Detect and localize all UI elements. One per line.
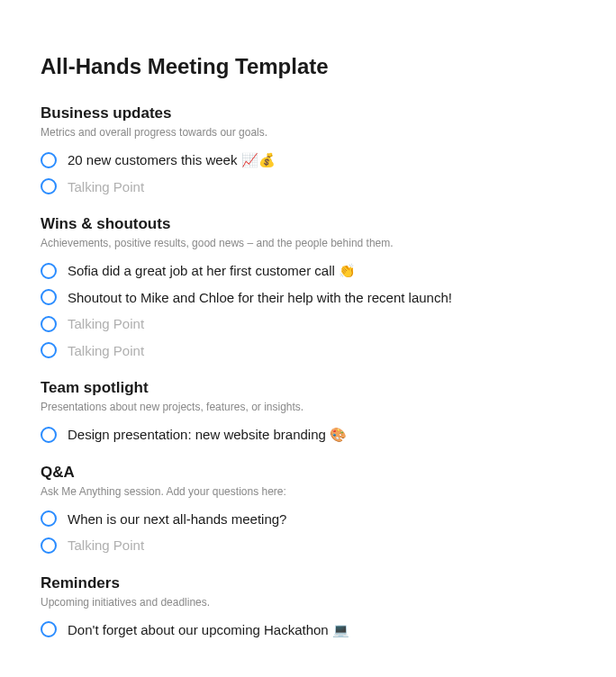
page-title: All-Hands Meeting Template bbox=[41, 54, 575, 79]
sections-container: Business updatesMetrics and overall prog… bbox=[41, 104, 575, 638]
item-text[interactable]: Sofia did a great job at her first custo… bbox=[68, 262, 356, 280]
list-item[interactable]: Talking Point bbox=[41, 537, 575, 555]
item-list: Sofia did a great job at her first custo… bbox=[41, 262, 575, 359]
list-item[interactable]: Shoutout to Mike and Chloe for their hel… bbox=[41, 289, 575, 307]
section-title: Business updates bbox=[41, 104, 575, 122]
item-text[interactable]: Don't forget about our upcoming Hackatho… bbox=[68, 621, 349, 639]
section-subtitle: Presentations about new projects, featur… bbox=[41, 401, 575, 413]
circle-checkbox-icon[interactable] bbox=[41, 621, 57, 637]
list-item[interactable]: When is our next all-hands meeting? bbox=[41, 510, 575, 528]
item-text[interactable]: Design presentation: new website brandin… bbox=[68, 426, 347, 444]
list-item[interactable]: Talking Point bbox=[41, 342, 575, 360]
list-item[interactable]: Sofia did a great job at her first custo… bbox=[41, 262, 575, 280]
item-placeholder-text[interactable]: Talking Point bbox=[68, 342, 144, 360]
item-text[interactable]: When is our next all-hands meeting? bbox=[68, 510, 286, 528]
section: Business updatesMetrics and overall prog… bbox=[41, 104, 575, 195]
section-subtitle: Achievements, positive results, good new… bbox=[41, 237, 575, 249]
item-text[interactable]: Shoutout to Mike and Chloe for their hel… bbox=[68, 289, 452, 307]
list-item[interactable]: Design presentation: new website brandin… bbox=[41, 426, 575, 444]
item-list: 20 new customers this week 📈💰Talking Poi… bbox=[41, 151, 575, 195]
circle-checkbox-icon[interactable] bbox=[41, 316, 57, 332]
section-title: Wins & shoutouts bbox=[41, 215, 575, 233]
item-list: Design presentation: new website brandin… bbox=[41, 426, 575, 444]
item-text[interactable]: 20 new customers this week 📈💰 bbox=[68, 151, 276, 169]
list-item[interactable]: Talking Point bbox=[41, 315, 575, 333]
item-placeholder-text[interactable]: Talking Point bbox=[68, 315, 144, 333]
circle-checkbox-icon[interactable] bbox=[41, 178, 57, 194]
item-list: Don't forget about our upcoming Hackatho… bbox=[41, 621, 575, 639]
section-title: Team spotlight bbox=[41, 379, 575, 397]
circle-checkbox-icon[interactable] bbox=[41, 263, 57, 279]
list-item[interactable]: Don't forget about our upcoming Hackatho… bbox=[41, 621, 575, 639]
circle-checkbox-icon[interactable] bbox=[41, 152, 57, 168]
section-subtitle: Upcoming initiatives and deadlines. bbox=[41, 596, 575, 609]
section-title: Q&A bbox=[41, 464, 575, 482]
section-subtitle: Metrics and overall progress towards our… bbox=[41, 126, 575, 139]
item-placeholder-text[interactable]: Talking Point bbox=[68, 178, 144, 196]
circle-checkbox-icon[interactable] bbox=[41, 289, 57, 305]
section-title: Reminders bbox=[41, 574, 575, 592]
circle-checkbox-icon[interactable] bbox=[41, 342, 57, 358]
item-list: When is our next all-hands meeting?Talki… bbox=[41, 510, 575, 555]
section: Wins & shoutoutsAchievements, positive r… bbox=[41, 215, 575, 359]
circle-checkbox-icon[interactable] bbox=[41, 510, 57, 527]
section-subtitle: Ask Me Anything session. Add your questi… bbox=[41, 485, 575, 498]
section: RemindersUpcoming initiatives and deadli… bbox=[41, 574, 575, 639]
section: Team spotlightPresentations about new pr… bbox=[41, 379, 575, 444]
circle-checkbox-icon[interactable] bbox=[41, 427, 57, 443]
list-item[interactable]: Talking Point bbox=[41, 178, 575, 196]
section: Q&AAsk Me Anything session. Add your que… bbox=[41, 464, 575, 555]
list-item[interactable]: 20 new customers this week 📈💰 bbox=[41, 151, 575, 169]
item-placeholder-text[interactable]: Talking Point bbox=[68, 537, 144, 555]
circle-checkbox-icon[interactable] bbox=[41, 537, 57, 554]
